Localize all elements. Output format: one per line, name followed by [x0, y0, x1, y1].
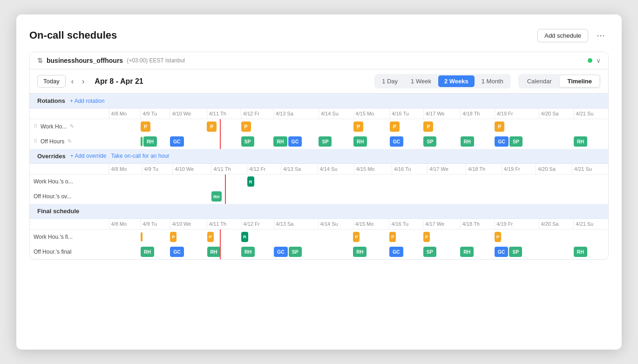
final-date-header: 4/8 Mo 4/9 Tu 4/10 We 4/11 Th 4/12 Fr 4/… [30, 219, 608, 229]
final-grid: 4/8 Mo 4/9 Tu 4/10 We 4/11 Th 4/12 Fr 4/… [30, 219, 608, 259]
table-row: Work Hou.'s fi... P [30, 229, 608, 244]
add-schedule-button[interactable]: Add schedule [537, 29, 588, 42]
event-bar[interactable]: P [389, 232, 396, 242]
chevron-down-icon[interactable]: ∨ [596, 57, 601, 64]
event-bar[interactable]: RH [241, 247, 255, 257]
event-bar[interactable]: P [353, 121, 363, 132]
event-bar[interactable]: P [353, 232, 360, 242]
rot-work-4/16: P [390, 119, 424, 134]
rot-off-4/20 [539, 134, 574, 149]
event-bar[interactable]: GC [170, 136, 184, 147]
event-bar[interactable]: SP [289, 247, 302, 257]
rot-work-4/20 [539, 119, 574, 134]
rot-off-4/13: RH GC [273, 134, 319, 149]
event-bar[interactable]: GC [170, 247, 184, 257]
col-4/13: 4/13 Sa [273, 108, 319, 119]
date-range-label: Apr 8 - Apr 21 [95, 77, 143, 86]
sort-icon: ⇅ [37, 57, 43, 64]
event-bar[interactable]: RH [143, 136, 157, 147]
header-actions: Add schedule ⋯ [537, 28, 609, 42]
add-override-button[interactable]: + Add override [70, 153, 107, 159]
event-bar[interactable]: SP [423, 247, 436, 257]
view-1month-button[interactable]: 1 Month [475, 75, 509, 87]
event-bar[interactable]: GC [389, 247, 403, 257]
event-bar[interactable]: R [241, 232, 248, 242]
event-bar[interactable]: GC [495, 247, 509, 257]
overrides-label: Overrides [37, 153, 66, 160]
event-bar[interactable]: GC [390, 136, 404, 147]
event-bar[interactable]: RH [141, 247, 154, 257]
calendar-view-button[interactable]: Calendar [520, 75, 559, 87]
col-4/15: 4/15 Mo [353, 108, 390, 119]
orange-tick-icon [141, 232, 143, 242]
rot-off-4/15: RH [353, 134, 390, 149]
event-bar[interactable]: P [495, 121, 504, 132]
event-bar[interactable]: P [390, 121, 400, 132]
today-button[interactable]: Today [37, 75, 66, 88]
event-bar[interactable]: SP [319, 136, 332, 147]
event-bar[interactable]: R [247, 176, 254, 187]
event-bar[interactable]: RH [353, 247, 367, 257]
calendar-navigation: Today ‹ › Apr 8 - Apr 21 [37, 75, 143, 88]
view-1day-button[interactable]: 1 Day [376, 75, 404, 87]
today-line [220, 134, 221, 149]
event-bar[interactable]: GC [495, 136, 509, 147]
event-bar[interactable]: P [495, 232, 501, 242]
event-bar[interactable]: RH [273, 136, 287, 147]
drag-icon[interactable]: ⠿ [34, 123, 37, 129]
off-override-label-cell: Off Hour.'s ov... [30, 189, 109, 204]
rot-off-4/14: SP [319, 134, 353, 149]
today-line [220, 229, 221, 244]
rot-work-4/15: P [353, 119, 390, 134]
rot-work-4/17: P [423, 119, 460, 134]
event-bar[interactable]: P [207, 232, 214, 242]
event-bar[interactable]: SP [423, 136, 436, 147]
off-hours-row-label: Off Hours [41, 138, 64, 145]
event-bar[interactable]: SP [241, 136, 254, 147]
schedule-card: ⇅ businesshours_offhours (+03:00) EEST I… [29, 52, 609, 260]
work-hours-label-cell: ⠿ Work Ho... ✎ [30, 119, 109, 134]
col-label-header [30, 108, 109, 119]
view-1week-button[interactable]: 1 Week [405, 75, 437, 87]
view-2weeks-button[interactable]: 2 Weeks [438, 75, 475, 87]
edit-icon[interactable]: ✎ [70, 123, 74, 129]
rotations-table: 4/8 Mo 4/9 Tu 4/10 We 4/11 Th 4/12 Fr 4/… [30, 108, 608, 149]
event-bar[interactable]: GC [274, 247, 288, 257]
event-bar[interactable]: P [423, 232, 430, 242]
event-bar[interactable]: RH [461, 136, 474, 147]
work-override-row-label: Work Hou.'s o... [34, 178, 73, 185]
rot-off-4/18: RH [461, 134, 495, 149]
event-bar[interactable]: RH [211, 191, 222, 202]
event-bar[interactable]: P [423, 121, 433, 132]
today-line [220, 119, 221, 134]
event-bar[interactable]: P [141, 121, 150, 132]
final-work-label-cell: Work Hou.'s fi... [30, 229, 109, 244]
event-bar[interactable]: RH [574, 247, 587, 257]
final-off-row-label: Off Hour.'s final [34, 249, 71, 255]
event-bar[interactable]: P [241, 121, 251, 132]
event-bar[interactable]: RH [574, 136, 587, 147]
event-bar[interactable]: GC [288, 136, 302, 147]
drag-icon[interactable]: ⠿ [34, 138, 37, 144]
event-bar[interactable]: RH [207, 247, 221, 257]
next-button[interactable]: › [79, 76, 87, 87]
overrides-grid: 4/8 Mo 4/9 Tu 4/10 We 4/11 Th 4/12 Fr 4/… [30, 164, 608, 204]
more-options-button[interactable]: ⋯ [593, 28, 609, 42]
final-schedule-label: Final schedule [37, 208, 79, 215]
event-bar[interactable]: RH [460, 247, 474, 257]
rot-off-4/12: SP [241, 134, 274, 149]
overrides-table: 4/8 Mo 4/9 Tu 4/10 We 4/11 Th 4/12 Fr 4/… [30, 164, 608, 204]
event-bar[interactable]: P [170, 232, 176, 242]
take-oncall-button[interactable]: Take on-call for an hour [111, 153, 169, 159]
timeline-view-button[interactable]: Timeline [560, 75, 599, 87]
rot-off-4/16: GC [390, 134, 424, 149]
prev-button[interactable]: ‹ [68, 76, 76, 87]
event-bar[interactable]: SP [509, 136, 523, 147]
event-bar[interactable]: RH [353, 136, 367, 147]
add-rotation-button[interactable]: + Add rotation [70, 98, 104, 104]
final-section-header: Final schedule [30, 204, 608, 219]
event-bar[interactable]: SP [509, 247, 522, 257]
event-bar[interactable]: P [207, 121, 217, 132]
green-tick-icon [141, 137, 143, 146]
edit-icon[interactable]: ✎ [68, 138, 72, 144]
